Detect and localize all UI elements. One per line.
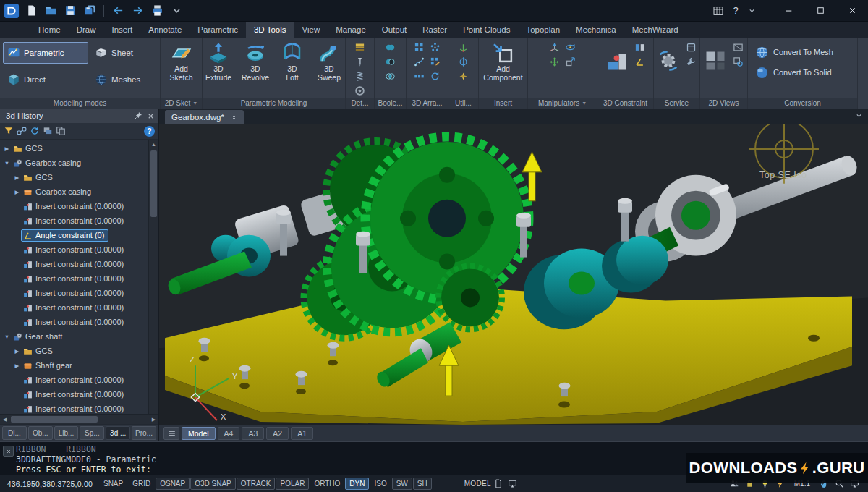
copy-icon[interactable] bbox=[56, 126, 66, 136]
status-toggle-osnap[interactable]: OSNAP bbox=[156, 478, 190, 490]
scroll-right-icon[interactable]: ▶ bbox=[149, 415, 158, 424]
ribbon-button-3d-loft[interactable]: 3D Loft bbox=[275, 41, 310, 83]
tree-item[interactable]: Insert constraint (0.0000) bbox=[0, 199, 148, 213]
ribbon-button-manip-move[interactable] bbox=[548, 55, 562, 68]
layout-tab-a4[interactable]: A4 bbox=[218, 427, 240, 440]
ribbon-tab-mechwizard[interactable]: MechWizard bbox=[624, 22, 686, 38]
ribbon-button-view-b[interactable] bbox=[731, 55, 745, 68]
scrollbar-thumb[interactable] bbox=[11, 416, 98, 423]
ribbon-button-array-row[interactable] bbox=[412, 69, 427, 82]
maximize-button[interactable] bbox=[804, 0, 836, 22]
tree-item[interactable]: ▼Gear shaft bbox=[0, 329, 148, 344]
ribbon-group-label[interactable]: 3D Arra... bbox=[407, 98, 448, 109]
ribbon-button-svc-tool[interactable] bbox=[684, 55, 698, 68]
ribbon-button-manip-scale[interactable] bbox=[563, 55, 578, 68]
panel-tab-ob[interactable]: Ob... bbox=[28, 426, 53, 440]
panel-tab-3d[interactable]: 3d ... bbox=[106, 426, 130, 440]
status-toggle-o3d-snap[interactable]: O3D SNAP bbox=[190, 478, 236, 490]
ribbon-button-constr-mate[interactable] bbox=[632, 41, 647, 54]
ribbon-button-stack[interactable] bbox=[353, 41, 367, 54]
ribbon-tab-draw[interactable]: Draw bbox=[69, 22, 104, 38]
ribbon-button-constr-angle[interactable] bbox=[632, 55, 647, 68]
expand-arrow-icon[interactable]: ▼ bbox=[3, 334, 11, 340]
ribbon-button-views-big[interactable] bbox=[702, 41, 728, 81]
ribbon-button-add-sketch[interactable]: Add Sketch bbox=[164, 41, 199, 83]
ribbon-group-label[interactable]: Conversion bbox=[748, 98, 857, 109]
ribbon-tab-annotate[interactable]: Annotate bbox=[140, 22, 190, 38]
ribbon-group-label[interactable]: Util... bbox=[448, 98, 478, 109]
ribbon-group-label[interactable]: Insert bbox=[479, 98, 527, 109]
ribbon-button-3d-revolve[interactable]: 3D Revolve bbox=[238, 41, 273, 83]
tree-item[interactable]: Insert constraint (0.0000) bbox=[0, 242, 148, 257]
ribbon-button-convert-to-solid[interactable]: Convert To Solid bbox=[751, 64, 836, 81]
ribbon-tab-view[interactable]: View bbox=[294, 22, 328, 38]
tree-item[interactable]: Insert constraint (0.0000) bbox=[0, 271, 148, 286]
logo-icon[interactable] bbox=[3, 2, 20, 20]
tree-item[interactable]: Insert constraint (0.0000) bbox=[0, 300, 148, 315]
refresh-icon[interactable] bbox=[30, 126, 40, 136]
paper-icon[interactable] bbox=[492, 478, 505, 491]
tree-item[interactable]: ▼Gearbox casing bbox=[0, 156, 148, 170]
expand-arrow-icon[interactable]: ▶ bbox=[13, 348, 21, 355]
layout-list-icon[interactable] bbox=[163, 427, 179, 440]
ribbon-tab-home[interactable]: Home bbox=[30, 22, 69, 38]
ribbon-button-bearing[interactable] bbox=[353, 84, 367, 97]
tree-item[interactable]: Insert constraint (0.0000) bbox=[0, 402, 148, 414]
mode-button-meshes[interactable]: Meshes bbox=[90, 69, 157, 90]
file-new-icon[interactable] bbox=[22, 2, 40, 20]
mode-button-sheet[interactable]: Sheet bbox=[90, 42, 157, 64]
undo-icon[interactable] bbox=[109, 2, 127, 20]
ribbon-button-service-big[interactable] bbox=[655, 41, 681, 81]
tree-item[interactable]: Insert constraint (0.0000) bbox=[0, 213, 148, 228]
ribbon-group-label[interactable]: Service bbox=[654, 98, 699, 109]
monitor-icon[interactable] bbox=[506, 478, 519, 491]
ribbon-collapse-icon[interactable] bbox=[854, 111, 864, 120]
ribbon-button-manip-rotate[interactable] bbox=[563, 41, 578, 54]
status-toggle-snap[interactable]: SNAP bbox=[99, 478, 127, 490]
expand-arrow-icon[interactable]: ▶ bbox=[13, 189, 21, 195]
ribbon-button-bool-intersect[interactable] bbox=[383, 69, 398, 82]
status-toggle-polar[interactable]: POLAR bbox=[276, 478, 309, 490]
status-toggle-sh[interactable]: SH bbox=[413, 478, 432, 490]
tree-item[interactable]: Insert constraint (0.0000) bbox=[0, 387, 148, 402]
status-toggle-grid[interactable]: GRID bbox=[128, 478, 155, 490]
ribbon-button-convert-to-mesh[interactable]: Convert To Mesh bbox=[751, 43, 838, 61]
ribbon-group-label[interactable]: 2D Sket▼ bbox=[161, 98, 202, 109]
redo-icon[interactable] bbox=[129, 2, 146, 20]
pin-icon[interactable] bbox=[134, 111, 142, 120]
space-mode-label[interactable]: MODEL bbox=[464, 480, 491, 488]
tree-item[interactable]: ▶Gearbox casing bbox=[0, 184, 148, 199]
folder-open-icon[interactable] bbox=[42, 2, 59, 20]
ribbon-tab-3d-tools[interactable]: 3D Tools bbox=[246, 22, 294, 38]
ribbon-group-label[interactable]: Parametric Modeling bbox=[203, 98, 345, 109]
print-icon[interactable] bbox=[148, 2, 166, 20]
tree-item[interactable]: Insert constraint (0.0000) bbox=[0, 257, 148, 271]
tree-item[interactable]: ▶GCS bbox=[0, 170, 148, 184]
ribbon-button-3d-extrude[interactable]: 3D Extrude bbox=[203, 41, 236, 83]
chevron-down-icon[interactable] bbox=[747, 6, 757, 15]
ribbon-button-util-point[interactable] bbox=[456, 69, 471, 82]
link-icon[interactable] bbox=[17, 126, 27, 136]
layers-icon[interactable] bbox=[43, 126, 53, 136]
ribbon-group-label[interactable]: Det... bbox=[346, 98, 374, 109]
ribbon-tab-point-clouds[interactable]: Point Clouds bbox=[455, 22, 518, 38]
help-button[interactable]: ? bbox=[730, 5, 741, 16]
mode-button-parametric[interactable]: Parametric bbox=[3, 42, 88, 64]
chevron-down-icon[interactable] bbox=[168, 2, 185, 20]
ribbon-button-array-path[interactable] bbox=[412, 55, 427, 68]
ribbon-tab-manage[interactable]: Manage bbox=[328, 22, 374, 38]
expand-arrow-icon[interactable]: ▶ bbox=[13, 362, 21, 369]
vertical-scrollbar[interactable]: ▲ bbox=[148, 140, 158, 414]
layout-tab-a1[interactable]: A1 bbox=[291, 427, 313, 440]
ribbon-button-array-edit[interactable] bbox=[428, 55, 443, 68]
ribbon-group-label[interactable]: Modeling modes bbox=[0, 98, 160, 109]
scroll-up-icon[interactable]: ▲ bbox=[149, 140, 158, 149]
status-toggle-sw[interactable]: SW bbox=[392, 478, 412, 490]
scroll-left-icon[interactable]: ◀ bbox=[0, 415, 9, 424]
ribbon-button-array-sync[interactable] bbox=[428, 69, 443, 82]
horizontal-scrollbar[interactable]: ◀ ▶ bbox=[0, 414, 158, 424]
save-all-icon[interactable] bbox=[81, 2, 98, 20]
mode-button-direct[interactable]: Direct bbox=[3, 69, 88, 90]
filter-icon[interactable] bbox=[4, 126, 14, 136]
ribbon-tab-raster[interactable]: Raster bbox=[414, 22, 455, 38]
